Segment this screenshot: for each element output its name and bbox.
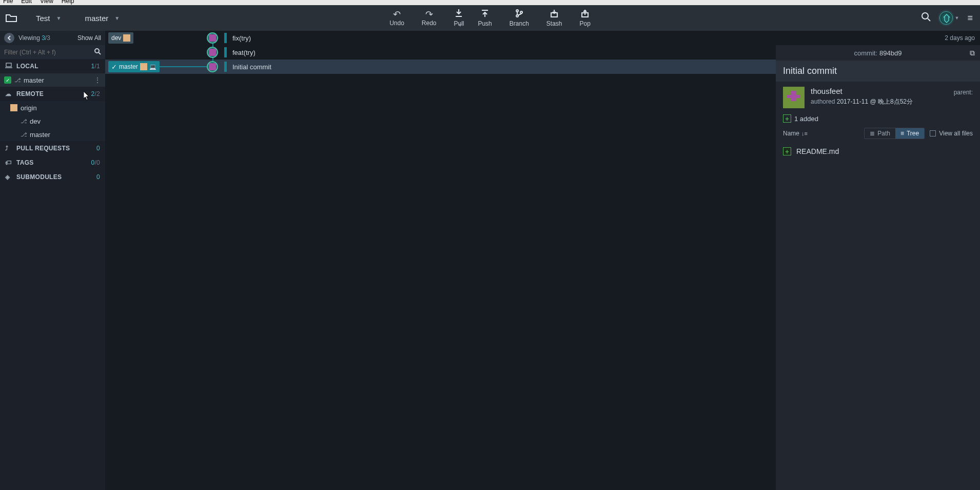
- svg-point-5: [922, 13, 928, 19]
- section-local[interactable]: LOCAL 1/1: [0, 59, 105, 73]
- viewing-count: 3: [42, 34, 45, 42]
- path-mode-button[interactable]: ≣Path: [865, 128, 895, 139]
- caret-down-icon[interactable]: ▼: [955, 15, 959, 21]
- os-menubar: File Edit View Help: [0, 0, 980, 5]
- section-remote[interactable]: ☁ REMOTE 2/2: [0, 87, 105, 101]
- remote-avatar-icon: [123, 34, 130, 42]
- redo-icon: ↷: [425, 9, 433, 19]
- search-icon[interactable]: [921, 12, 931, 25]
- authored-label: authored: [811, 98, 835, 105]
- view-mode-segment: ≣Path ≡Tree: [864, 128, 925, 139]
- viewall-label: View all files: [939, 130, 973, 137]
- pop-icon: [581, 9, 589, 20]
- commit-hash: 894bd9: [879, 49, 901, 57]
- authored-date: 2017-11-11 @ 晚上8点52分: [837, 98, 913, 105]
- push-button[interactable]: Push: [476, 5, 494, 31]
- submodule-count: 0: [96, 173, 100, 181]
- branch-name: master: [30, 131, 50, 139]
- back-button[interactable]: [4, 33, 14, 43]
- graph-bar-icon: [224, 33, 227, 43]
- stash-icon: [550, 9, 558, 20]
- redo-button[interactable]: ↷Redo: [420, 5, 439, 31]
- branch-tag-label: master: [119, 63, 138, 70]
- hamburger-icon[interactable]: ≡: [967, 13, 973, 24]
- menu-file[interactable]: File: [3, 0, 13, 3]
- more-icon[interactable]: ⋮: [94, 76, 101, 84]
- crumb-sep-icon: [68, 5, 75, 31]
- crumb-sep-icon: [127, 5, 134, 31]
- branch-name: master: [24, 76, 44, 84]
- commit-message: Initial commit: [232, 63, 271, 71]
- section-label: PULL REQUESTS: [16, 145, 70, 152]
- remote-origin[interactable]: origin: [0, 101, 105, 114]
- filter-input[interactable]: [4, 49, 81, 56]
- name-col-label: Name: [783, 130, 799, 137]
- branch-button[interactable]: Branch: [507, 5, 531, 31]
- viewing-label: Viewing: [18, 34, 40, 42]
- branch-icon: ⎇: [21, 118, 27, 125]
- commit-message: fix(try): [232, 34, 251, 42]
- commit-graph-segment: [203, 31, 233, 45]
- show-all-button[interactable]: Show All: [77, 34, 101, 42]
- caret-down-icon: ▼: [56, 15, 62, 21]
- menu-view[interactable]: View: [40, 0, 53, 3]
- remote-avatar-icon: [140, 63, 147, 70]
- tree-icon: ≡: [900, 130, 904, 137]
- menu-help[interactable]: Help: [62, 0, 74, 3]
- caret-down-icon[interactable]: ▼: [458, 23, 463, 28]
- commit-row[interactable]: ✓ master 💻 Initial commit: [105, 60, 776, 74]
- pop-button[interactable]: Pop: [578, 5, 593, 31]
- remote-total: /2: [94, 90, 100, 97]
- laptop-icon: [5, 63, 13, 70]
- files-added-summary: + 1 added: [776, 110, 980, 126]
- tag-total: /0: [94, 159, 100, 166]
- folder-icon[interactable]: [3, 11, 19, 25]
- menu-edit[interactable]: Edit: [21, 0, 32, 3]
- commit-row[interactable]: feat(try): [105, 45, 776, 60]
- crumb-branch-label: master: [85, 14, 108, 23]
- tree-mode-button[interactable]: ≡Tree: [895, 128, 924, 139]
- commit-graph-segment: [203, 60, 233, 74]
- crumb-repo[interactable]: Test ▼: [27, 5, 68, 31]
- list-icon: ≣: [870, 130, 875, 137]
- search-icon[interactable]: [94, 48, 101, 56]
- profile-avatar[interactable]: [939, 11, 953, 25]
- crumb-sep-icon: [19, 5, 27, 31]
- section-tags[interactable]: 🏷 TAGS 0/0: [0, 155, 105, 170]
- file-row[interactable]: + README.md: [776, 143, 980, 160]
- section-submodules[interactable]: ◈ SUBMODULES 0: [0, 170, 105, 184]
- tree-label: Tree: [907, 130, 919, 137]
- svg-rect-7: [6, 63, 11, 67]
- checkmark-icon: ✓: [4, 76, 11, 84]
- svg-point-6: [95, 49, 99, 53]
- name-column-header[interactable]: Name ↓≡: [783, 130, 808, 137]
- crumb-branch[interactable]: master ▼: [75, 5, 127, 31]
- commit-author-block: thousfeet authored 2017-11-11 @ 晚上8点52分 …: [776, 82, 980, 110]
- stash-button[interactable]: Stash: [544, 5, 564, 31]
- tag-icon: 🏷: [5, 159, 13, 166]
- checkbox-icon: [930, 130, 936, 136]
- commit-hash-label: commit:: [854, 49, 878, 57]
- commit-title: Initial commit: [776, 61, 980, 82]
- branch-tag-dev[interactable]: dev: [108, 32, 133, 44]
- section-pullreq[interactable]: ⤴ PULL REQUESTS 0: [0, 141, 105, 155]
- file-name: README.md: [796, 147, 839, 155]
- remote-branch-master[interactable]: ⎇ master: [0, 128, 105, 141]
- path-label: Path: [877, 130, 890, 137]
- viewing-total: /3: [45, 34, 50, 42]
- section-label: SUBMODULES: [16, 173, 62, 181]
- branch-name: dev: [30, 117, 41, 125]
- external-link-icon[interactable]: ⧉: [970, 49, 975, 57]
- commit-hash-bar: commit: 894bd9 ⧉: [776, 45, 980, 61]
- push-label: Push: [478, 20, 492, 27]
- section-label: REMOTE: [16, 90, 44, 97]
- view-all-files-toggle[interactable]: View all files: [930, 130, 973, 137]
- commit-graph: feat(try) ✓ master 💻 Initial commit: [105, 45, 776, 490]
- branch-tag-master[interactable]: ✓ master 💻: [108, 61, 160, 72]
- branch-icon: [515, 9, 523, 20]
- remote-branch-dev[interactable]: ⎇ dev: [0, 114, 105, 128]
- branch-tag-label: dev: [111, 34, 121, 42]
- undo-button[interactable]: ↶Undo: [387, 5, 406, 31]
- commit-row[interactable]: dev fix(try) 2 days ago: [105, 31, 980, 45]
- local-branch-master[interactable]: ✓ ⎇ master ⋮: [0, 73, 105, 87]
